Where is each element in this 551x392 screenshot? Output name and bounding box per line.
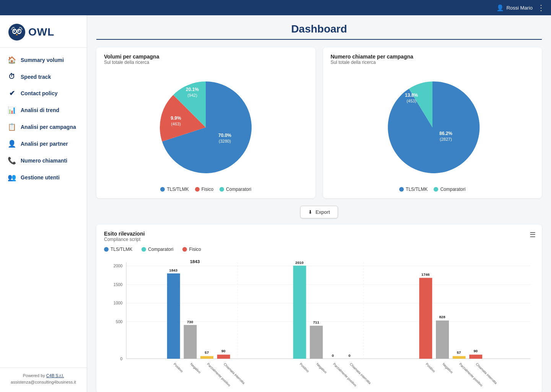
user-info: 👤 Rossi Mario — [496, 4, 533, 11]
svg-text:711: 711 — [313, 320, 320, 324]
pie1-legend: TLS/TLMK Fisico Comparatori — [160, 187, 251, 192]
bar-comparatori-label: Comparatori — [148, 247, 173, 252]
svg-text:(453): (453) — [406, 99, 416, 103]
fisico-label: Fisico — [202, 187, 213, 192]
sidebar-footer: Powered by C4B S.r.l. assistenza@consult… — [0, 368, 87, 386]
sidebar-item-gestione-utenti[interactable]: 👥 Gestione utenti — [0, 169, 87, 186]
export-label: Export — [315, 209, 330, 215]
main-layout: OWL 🏠 Summary volumi ⏱ Speed track ✔ Con… — [0, 15, 551, 392]
svg-text:2010: 2010 — [295, 260, 304, 265]
svg-text:1000: 1000 — [114, 301, 123, 305]
sidebar-label-speed-track: Speed track — [21, 74, 51, 80]
comparatori-label: Comparatori — [226, 187, 251, 192]
svg-text:70.0%: 70.0% — [218, 133, 231, 138]
svg-text:828: 828 — [439, 315, 445, 319]
svg-text:Positivo: Positivo — [425, 362, 436, 373]
svg-text:(3280): (3280) — [219, 139, 231, 143]
pie1-title: Volumi per campagna — [104, 54, 308, 60]
bar-fisico-label: Fisico — [189, 247, 201, 252]
pie2-subtitle: Sul totale della ricerca — [331, 60, 535, 65]
bar-section-subtitle: Compliance script — [104, 237, 534, 242]
svg-text:Positivo: Positivo — [299, 362, 310, 373]
bar-chart-section: ☰ Esito rilevazioni Compliance script TL… — [96, 224, 542, 392]
bar-comp-positivo — [293, 266, 306, 359]
svg-text:1843: 1843 — [190, 259, 200, 264]
utenti-icon: 👥 — [8, 173, 16, 182]
sidebar-label-gestione-utenti: Gestione utenti — [21, 174, 60, 181]
svg-text:13.8%: 13.8% — [405, 93, 418, 98]
logo-area: OWL — [0, 15, 87, 48]
svg-text:1746: 1746 — [421, 272, 430, 277]
bar-tls-label: TLS/TLMK — [111, 247, 132, 252]
tls-label: TLS/TLMK — [167, 187, 189, 192]
campagna-icon: 📋 — [8, 123, 16, 131]
bar-chart-wrapper: 2000 1500 1000 500 0 1843 1843 — [104, 257, 534, 387]
pie1-svg: 70.0% (3280) 9.9% (463) 20.1% (942) — [145, 68, 267, 183]
sidebar-item-analisi-per-campagna[interactable]: 📋 Analisi per campagna — [0, 119, 87, 135]
chiamanti-icon: 📞 — [8, 156, 16, 165]
topbar-menu-icon[interactable]: ⋮ — [537, 3, 545, 12]
title-divider — [96, 39, 542, 40]
svg-text:(463): (463) — [171, 122, 181, 126]
pie-chart-2: Numero chiamate per campagna Sul totale … — [323, 47, 542, 198]
logo-container: OWL — [8, 23, 79, 41]
svg-text:Positivo: Positivo — [173, 362, 184, 373]
pie2-legend: TLS/TLMK Comparatori — [399, 187, 465, 192]
nav-list: 🏠 Summary volumi ⏱ Speed track ✔ Contact… — [0, 52, 87, 186]
sidebar-label-analisi-per-campagna: Analisi per campagna — [21, 124, 76, 130]
svg-text:86.2%: 86.2% — [439, 131, 452, 136]
sidebar-label-analisi-per-partner: Analisi per partner — [21, 141, 68, 147]
sidebar-item-numero-chiamanti[interactable]: 📞 Numero chiamanti — [0, 152, 87, 169]
bar-fisico-chiamata — [469, 355, 482, 359]
bar-legend-tls: TLS/TLMK — [104, 247, 132, 252]
svg-point-0 — [8, 24, 25, 41]
pie2-svg: 86.2% (2827) 13.8% (453) — [371, 68, 494, 183]
pie2-comparatori-label: Comparatori — [440, 187, 465, 192]
speedtrack-icon: ⏱ — [8, 73, 16, 81]
footer-email: assistenza@consulting4business.it — [11, 380, 76, 384]
owl-logo-icon — [8, 23, 26, 41]
pie2-legend-comparatori: Comparatori — [434, 187, 465, 192]
bar-tls-dot — [104, 247, 109, 252]
footer-link[interactable]: C4B S.r.l. — [46, 373, 64, 378]
pie2-tls-label: TLS/TLMK — [406, 187, 427, 192]
svg-text:(2827): (2827) — [440, 137, 452, 142]
pie2-comparatori-dot — [434, 187, 438, 192]
sidebar-item-analisi-per-partner[interactable]: 👤 Analisi per partner — [0, 135, 87, 152]
bar-fisico-positivo — [419, 278, 432, 359]
pie-charts-row: Volumi per campagna Sul totale della ric… — [96, 47, 542, 198]
svg-point-5 — [13, 30, 15, 32]
sidebar-label-contact-policy: Contact policy — [21, 90, 57, 96]
bar-legend-fisico: Fisico — [182, 247, 201, 252]
svg-text:20.1%: 20.1% — [186, 87, 199, 92]
sidebar-label-summary-volumi: Summary volumi — [21, 57, 64, 63]
pie-chart-1: Volumi per campagna Sul totale della ric… — [96, 47, 315, 198]
svg-text:0: 0 — [348, 353, 350, 358]
export-row: ⬇ Export — [96, 206, 542, 218]
trend-icon: 📊 — [8, 106, 16, 114]
pie1-legend-comparatori: Comparatori — [219, 187, 251, 192]
bar-tls-chiamata — [217, 355, 230, 359]
user-name: Rossi Mario — [506, 5, 533, 11]
sidebar-item-summary-volumi[interactable]: 🏠 Summary volumi — [0, 52, 87, 68]
bar-comp-negativo — [310, 326, 323, 359]
contactpolicy-icon: ✔ — [8, 89, 16, 98]
sidebar-item-analisi-di-trend[interactable]: 📊 Analisi di trend — [0, 102, 87, 119]
svg-text:9.9%: 9.9% — [171, 115, 182, 121]
logo-text: OWL — [28, 26, 54, 38]
sidebar-item-speed-track[interactable]: ⏱ Speed track — [0, 68, 87, 85]
bar-tls-parzialmente — [200, 356, 213, 359]
tls-dot — [160, 187, 165, 192]
bar-comparatori-dot — [141, 247, 146, 252]
export-button[interactable]: ⬇ Export — [300, 206, 338, 218]
page-title: Dashboard — [96, 23, 542, 35]
sidebar-item-contact-policy[interactable]: ✔ Contact policy — [0, 85, 87, 102]
svg-text:Negativo: Negativo — [315, 362, 328, 374]
download-icon: ⬇ — [308, 209, 312, 215]
pie2-legend-tls: TLS/TLMK — [399, 187, 427, 192]
svg-text:57: 57 — [457, 350, 461, 355]
hamburger-icon[interactable]: ☰ — [530, 231, 536, 239]
footer-text: Powered by — [23, 373, 46, 378]
pie2-container: 86.2% (2827) 13.8% (453) TLS/TLMK — [331, 68, 535, 192]
bar-tls-positivo — [167, 273, 180, 359]
